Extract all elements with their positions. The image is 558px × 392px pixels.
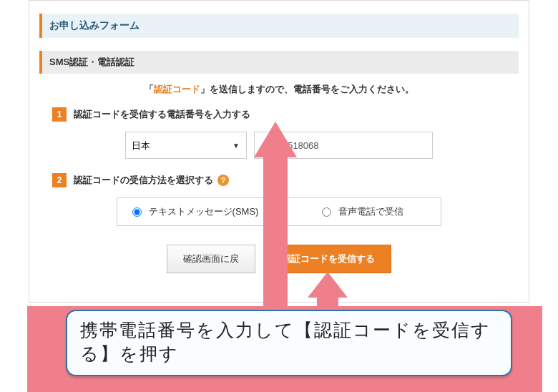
- step-2-row: 2 認証コードの受信方法を選択する ?: [52, 173, 519, 187]
- help-icon[interactable]: ?: [217, 175, 229, 186]
- radio-sms-label: テキストメッセージ(SMS): [149, 205, 259, 218]
- radio-row: テキストメッセージ(SMS) 音声電話で受信: [39, 197, 519, 226]
- instruction-prefix: 「: [145, 84, 154, 94]
- phone-input-row: 日本: [39, 132, 519, 159]
- radio-voice-input[interactable]: [322, 207, 331, 217]
- step-2-number: 2: [52, 173, 67, 187]
- instruction-suffix: 」を送信しますので、電話番号をご入力ください。: [200, 84, 414, 94]
- instruction-keyword: 認証コード: [154, 84, 200, 94]
- step-2-label: 認証コードの受信方法を選択する: [74, 174, 213, 187]
- radio-sms-box[interactable]: テキストメッセージ(SMS): [117, 197, 274, 226]
- radio-sms-input[interactable]: [132, 207, 142, 217]
- step-1-row: 1 認証コードを受信する電話番号を入力する: [52, 107, 519, 122]
- section-title: SMS認証・電話認証: [39, 51, 519, 74]
- radio-voice-box[interactable]: 音声電話で受信: [284, 197, 441, 226]
- phone-number-input[interactable]: [254, 132, 433, 159]
- form-frame: お申し込みフォーム SMS認証・電話認証 「認証コード」を送信しますので、電話番…: [29, 0, 529, 303]
- country-select[interactable]: 日本: [125, 132, 247, 159]
- submit-button[interactable]: 認証コードを受信する: [265, 245, 391, 273]
- instruction-text: 「認証コード」を送信しますので、電話番号をご入力ください。: [39, 84, 519, 96]
- button-row: 確認画面に戻 認証コードを受信する: [39, 245, 519, 273]
- step-1-label: 認証コードを受信する電話番号を入力する: [74, 108, 250, 121]
- page-title: お申し込みフォーム: [39, 14, 519, 38]
- back-button[interactable]: 確認画面に戻: [167, 245, 255, 273]
- annotation-callout: 携帯電話番号を入力して【認証コードを受信する】を押す: [66, 310, 512, 377]
- radio-voice-label: 音声電話で受信: [338, 205, 403, 218]
- country-select-wrap[interactable]: 日本: [125, 132, 247, 159]
- step-1-number: 1: [52, 107, 67, 122]
